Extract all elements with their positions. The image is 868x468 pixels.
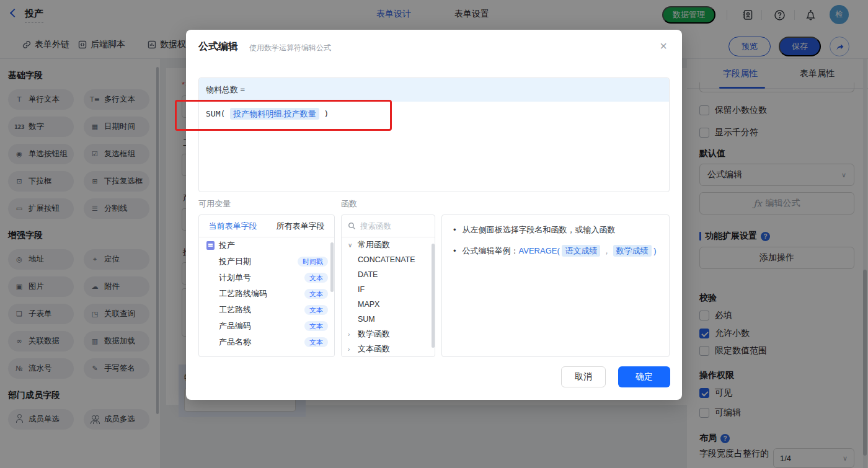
variable-name: 工艺路线编码 — [219, 288, 267, 299]
function-search[interactable] — [342, 215, 435, 237]
confirm-button[interactable]: 确定 — [618, 366, 670, 387]
caret-icon: ∨ — [348, 242, 354, 249]
variable-list: 投产日期时间戳计划单号文本工艺路线编码文本工艺路线文本产品编码文本产品名称文本 — [199, 254, 334, 350]
function-item-MAPX[interactable]: MAPX — [342, 297, 435, 312]
function-item-CONCATENATE[interactable]: CONCATENATE — [342, 252, 435, 267]
function-group-name: 文本函数 — [358, 343, 390, 355]
function-tree: ∨常用函数CONCATENATEDATEIFMAPXSUM›数学函数›文本函数 — [342, 237, 435, 356]
variable-type-badge: 文本 — [304, 321, 328, 331]
example-func: AVERAGE( — [519, 246, 560, 255]
variable-row[interactable]: 投产日期时间戳 — [199, 254, 334, 270]
bullet-icon: • — [453, 224, 456, 236]
help-example: • 公式编辑举例：AVERAGE( 语文成绩 ， 数学成绩 ) — [453, 245, 658, 257]
root-form-name: 投产 — [219, 240, 235, 251]
function-item-IF[interactable]: IF — [342, 282, 435, 297]
function-group-常用函数[interactable]: ∨常用函数 — [342, 237, 435, 252]
tab-all-form-fields[interactable]: 所有表单字段 — [267, 215, 334, 237]
variable-name: 工艺路线 — [219, 304, 251, 316]
variable-name: 产品编码 — [219, 320, 251, 332]
search-icon — [348, 222, 356, 230]
variable-row[interactable]: 产品编码文本 — [199, 318, 334, 334]
variables-panel: 当前表单字段 所有表单字段 投产 投产日期时间戳计划单号文本工艺路线编码文本工艺… — [198, 214, 335, 357]
function-item-DATE[interactable]: DATE — [342, 267, 435, 282]
variable-name: 计划单号 — [219, 272, 251, 283]
caret-icon: › — [348, 331, 354, 338]
variable-type-badge: 文本 — [304, 273, 328, 283]
annotation-rectangle — [175, 100, 392, 131]
variable-name: 投产日期 — [219, 256, 251, 267]
variables-label: 可用变量 — [198, 198, 231, 210]
variable-type-badge: 时间戳 — [298, 257, 328, 267]
variable-type-badge: 文本 — [304, 337, 328, 347]
close-icon[interactable]: × — [655, 37, 672, 55]
formula-target: 物料总数 = — [199, 78, 669, 102]
form-doc-icon — [206, 241, 215, 250]
function-search-input[interactable] — [360, 222, 422, 231]
functions-scrollbar[interactable] — [432, 244, 435, 348]
bullet-icon: • — [453, 245, 456, 257]
formula-help-panel: • 从左侧面板选择字段名和函数，或输入函数 • 公式编辑举例：AVERAGE( … — [441, 214, 670, 357]
function-group-name: 数学函数 — [358, 329, 390, 340]
tab-current-form-fields[interactable]: 当前表单字段 — [199, 215, 267, 237]
variables-tabs: 当前表单字段 所有表单字段 — [199, 215, 334, 237]
variables-scrollbar[interactable] — [330, 242, 334, 292]
modal-subtitle: 使用数学运算符编辑公式 — [249, 43, 331, 53]
example-token: 语文成绩 — [562, 245, 600, 257]
function-group-name: 常用函数 — [358, 239, 390, 250]
variable-row[interactable]: 工艺路线编码文本 — [199, 286, 334, 302]
help-bullet: • 从左侧面板选择字段名和函数，或输入函数 — [453, 224, 658, 236]
formula-editor-modal: 公式编辑 使用数学运算符编辑公式 × 物料总数 = SUM( 投产物料明细.投产… — [186, 30, 682, 400]
cancel-button[interactable]: 取消 — [561, 366, 606, 387]
variable-row[interactable]: 产品名称文本 — [199, 334, 334, 350]
functions-label: 函数 — [341, 198, 357, 210]
formula-editor[interactable]: 物料总数 = SUM( 投产物料明细.投产数量 ) — [198, 77, 670, 192]
variable-name: 产品名称 — [219, 337, 251, 348]
example-token: 数学成绩 — [613, 245, 652, 257]
function-group-数学函数[interactable]: ›数学函数 — [342, 327, 435, 342]
caret-icon: › — [348, 346, 354, 353]
function-group-文本函数[interactable]: ›文本函数 — [342, 342, 435, 356]
function-item-SUM[interactable]: SUM — [342, 312, 435, 327]
modal-title: 公式编辑 — [198, 40, 238, 53]
variable-row[interactable]: 工艺路线文本 — [199, 302, 334, 318]
variable-row[interactable]: 计划单号文本 — [199, 270, 334, 286]
variable-type-badge: 文本 — [304, 305, 328, 315]
functions-panel: ∨常用函数CONCATENATEDATEIFMAPXSUM›数学函数›文本函数 — [341, 214, 435, 357]
variable-type-badge: 文本 — [304, 289, 328, 299]
variable-tree-root[interactable]: 投产 — [199, 237, 334, 254]
